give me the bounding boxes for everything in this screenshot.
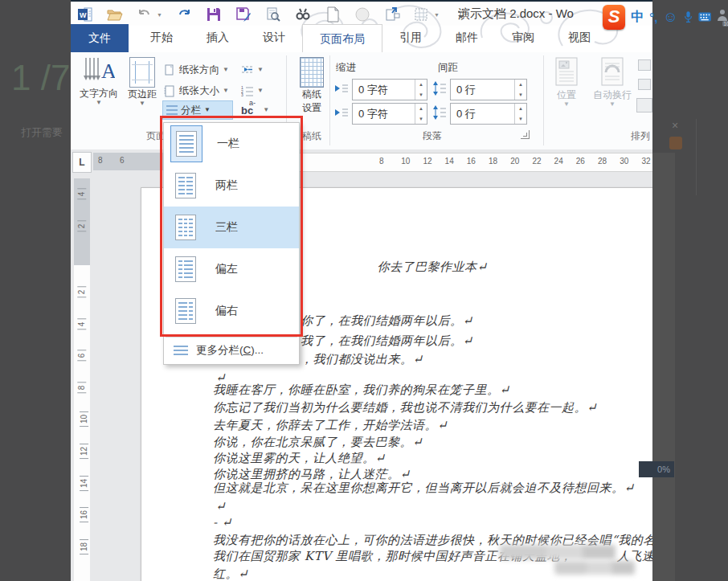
- wrap-text-button[interactable]: 自动换行 ▼: [587, 56, 638, 107]
- space-before-field[interactable]: 0 行 ▲▼: [450, 79, 527, 100]
- send-page-icon[interactable]: [384, 6, 400, 23]
- spin-down-icon[interactable]: ▼: [515, 114, 526, 125]
- skin-person-icon[interactable]: 10: [717, 9, 728, 25]
- record-icon[interactable]: [354, 6, 370, 23]
- document-text-line: 红。↵: [213, 567, 248, 581]
- space-after-field[interactable]: 0 行 ▲▼: [450, 103, 527, 125]
- table-grid-icon[interactable]: [414, 6, 430, 23]
- language-mode-icon[interactable]: 中: [631, 9, 644, 26]
- ruler-number: 10: [401, 157, 410, 166]
- ruler-number: 18: [489, 157, 497, 166]
- paper-size-button[interactable]: 纸张大小 ▼: [164, 82, 229, 100]
- paper-size-label: 纸张大小: [179, 84, 219, 98]
- dimmed-scrollbar: [652, 153, 675, 581]
- chevron-down-icon: ▼: [257, 68, 264, 72]
- emoji-icon[interactable]: ☺: [663, 9, 677, 26]
- open-icon[interactable]: [107, 6, 123, 23]
- indent-right-field[interactable]: 0 字符 ▲▼: [352, 103, 427, 125]
- word-logo-icon[interactable]: W: [77, 6, 93, 23]
- tab-邮件[interactable]: 邮件: [439, 24, 495, 51]
- dimmed-text: 打开需要: [21, 125, 63, 140]
- redo-icon[interactable]: [176, 6, 192, 23]
- grid-paper-icon: [300, 57, 324, 88]
- margins-icon: [129, 57, 155, 88]
- more-columns-icon: [174, 346, 188, 356]
- line-numbers-button[interactable]: 1 2 3 ▼: [241, 82, 264, 100]
- ruler-number: 12: [80, 444, 88, 459]
- tab-引用[interactable]: 引用: [382, 24, 439, 51]
- dimmed-window-edge: [696, 119, 697, 195]
- person-badge: 10: [722, 21, 728, 27]
- keyboard-icon[interactable]: [698, 11, 711, 23]
- ruler-number: 8: [77, 383, 86, 394]
- ruler-number: 16: [467, 157, 476, 166]
- tab-审阅[interactable]: 审阅: [495, 24, 551, 51]
- orientation-button[interactable]: 纸张方向 ▼: [164, 61, 229, 79]
- ruler-number: 4: [77, 189, 86, 200]
- document-text-line: 你忘记了我们当初为什么要结婚，我也说不清我们为什么要在一起。↵: [213, 400, 597, 415]
- document-text-fragment: 我了，在我们结婚两年以后。↵: [301, 333, 473, 349]
- paragraph-dialog-launcher-icon[interactable]: [521, 130, 530, 139]
- grid-paper-setup-button[interactable]: 稿纸 设置: [291, 56, 333, 115]
- document-text-fragment: 你了，在我们结婚两年以后。↵: [301, 313, 473, 329]
- tab-开始[interactable]: 开始: [133, 24, 190, 51]
- sogou-input-toolbar: S 中 °, ☺ 10: [603, 0, 728, 34]
- indent-right-icon: [334, 107, 349, 118]
- text-direction-icon: A: [83, 56, 115, 87]
- dimmed-tool-icon: [669, 137, 682, 149]
- paragraph-group-label: 段落: [408, 129, 456, 143]
- spin-down-icon[interactable]: ▼: [515, 90, 526, 100]
- wrap-text-icon: [599, 56, 626, 88]
- columns-label: 分栏: [181, 104, 201, 117]
- tab-stop-selector[interactable]: L: [72, 152, 92, 173]
- document-text-fragment: ，我们都没说出来。↵: [301, 352, 423, 367]
- spacing-label: 间距: [438, 61, 458, 75]
- indent-left-field[interactable]: 0 字符 ▲▼: [352, 79, 427, 100]
- microphone-icon[interactable]: [684, 10, 693, 24]
- ruler-number: 22: [532, 157, 541, 166]
- document-text-line: 我没有把你的话放在心上，可你的法语进步很快，秋天的时候你已经会唱“我的名字叫伊莲: [213, 533, 706, 548]
- space-after-icon: [432, 105, 447, 120]
- arrange-sliver-icon: [638, 59, 651, 71]
- sogou-logo-icon[interactable]: S: [603, 5, 625, 30]
- more-columns-label: 更多分栏(C)...: [196, 343, 264, 358]
- tab-插入[interactable]: 插入: [190, 24, 246, 51]
- breaks-button[interactable]: ▼: [241, 61, 264, 79]
- ruler-number: 28: [598, 157, 607, 166]
- tab-页面布局[interactable]: 页面布局: [302, 24, 382, 53]
- ruler-number: 26: [576, 157, 585, 166]
- ruler-number: 24: [554, 157, 563, 166]
- grid-setup-label-2: 设置: [302, 101, 321, 115]
- ruler-number: 32: [641, 157, 650, 166]
- spin-up-icon[interactable]: ▲: [515, 80, 526, 90]
- print-preview-icon[interactable]: [265, 6, 281, 23]
- spin-up-icon[interactable]: ▲: [415, 80, 427, 90]
- spin-down-icon[interactable]: ▼: [415, 114, 427, 125]
- spin-up-icon[interactable]: ▲: [515, 104, 526, 114]
- margins-button[interactable]: 页边距 ▼: [122, 56, 162, 106]
- group-separator: [543, 55, 544, 145]
- paper-size-icon: [164, 85, 176, 97]
- save-icon[interactable]: [206, 6, 222, 23]
- position-button[interactable]: 位置 ▼: [548, 56, 585, 107]
- text-direction-button[interactable]: A 文字方向 ▼: [76, 56, 122, 105]
- save-as-icon[interactable]: [235, 6, 252, 23]
- vertical-ruler[interactable]: 4224681012141618: [74, 178, 90, 581]
- chevron-down-icon: ▼: [223, 88, 229, 93]
- chevron-down-icon[interactable]: ▼: [157, 12, 162, 18]
- more-columns-menu-item[interactable]: 更多分栏(C)...: [164, 338, 299, 362]
- spin-up-icon[interactable]: ▲: [415, 104, 427, 114]
- tab-file[interactable]: 文件: [71, 24, 129, 52]
- undo-icon[interactable]: [137, 6, 153, 23]
- chevron-down-icon[interactable]: ▼: [434, 12, 440, 18]
- ruler-number: 18: [80, 539, 88, 554]
- find-icon[interactable]: [295, 6, 311, 23]
- document-text-line: 去年夏天，你辞去了工作，开始学法语。↵: [213, 418, 448, 433]
- punctuation-mode-icon[interactable]: °,: [649, 10, 657, 24]
- tab-设计[interactable]: 设计: [246, 24, 302, 51]
- left-dim-overlay: 1 /7 打开需要: [0, 0, 71, 581]
- new-document-icon[interactable]: [325, 6, 341, 23]
- spin-down-icon[interactable]: ▼: [415, 90, 427, 100]
- horizontal-ruler[interactable]: 8101214161820222426283032343638: [231, 153, 723, 172]
- tab-视图[interactable]: 视图: [551, 24, 607, 51]
